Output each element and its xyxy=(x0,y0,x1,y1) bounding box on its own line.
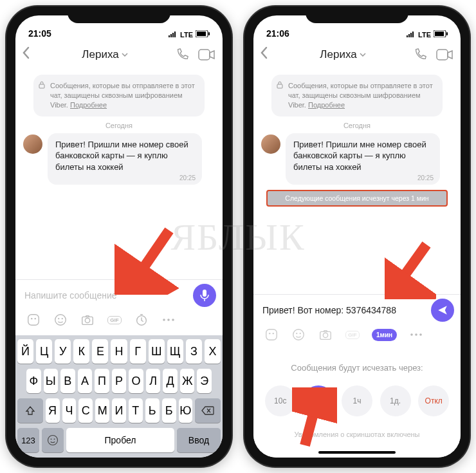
message-time: 20:25 xyxy=(417,174,434,183)
key-Ш[interactable]: Ш xyxy=(149,339,165,364)
key-Н[interactable]: Н xyxy=(111,339,127,364)
timer-option-1ч[interactable]: 1ч xyxy=(342,385,372,416)
svg-rect-0 xyxy=(169,35,170,37)
svg-rect-25 xyxy=(407,35,408,37)
message-bubble[interactable]: Привет! Пришли мне номер своей банковско… xyxy=(48,133,202,185)
enter-key[interactable]: Ввод xyxy=(177,428,221,452)
timer-pill[interactable]: 1мин xyxy=(372,329,397,341)
back-button[interactable] xyxy=(22,46,37,63)
key-Д[interactable]: Д xyxy=(163,369,178,393)
svg-rect-10 xyxy=(28,315,39,326)
call-button[interactable] xyxy=(410,45,430,64)
svg-point-38 xyxy=(296,333,297,334)
svg-rect-1 xyxy=(170,34,172,37)
svg-rect-33 xyxy=(277,84,282,88)
lock-icon xyxy=(39,81,45,91)
camera-icon[interactable] xyxy=(80,312,95,328)
key-В[interactable]: В xyxy=(60,369,75,393)
key-У[interactable]: У xyxy=(55,339,71,364)
back-button[interactable] xyxy=(260,46,275,63)
key-Л[interactable]: Л xyxy=(146,369,161,393)
sticker-icon[interactable] xyxy=(26,312,41,328)
key-Й[interactable]: Й xyxy=(17,339,33,364)
message-input[interactable] xyxy=(260,301,427,319)
battery-icon xyxy=(434,30,448,39)
chat-area[interactable]: Сообщения, которые вы отправляете в этот… xyxy=(15,68,223,279)
message-bubble[interactable]: Привет! Пришли мне номер своей банковско… xyxy=(286,133,440,185)
emoji-icon[interactable] xyxy=(291,327,306,342)
signal-icon xyxy=(169,31,178,39)
emoji-icon[interactable] xyxy=(53,312,68,328)
chat-area[interactable]: Сообщения, которые вы отправляете в этот… xyxy=(253,68,461,294)
key-Э[interactable]: Э xyxy=(197,369,212,393)
key-Т[interactable]: Т xyxy=(129,398,143,423)
key-М[interactable]: М xyxy=(95,398,109,423)
chevron-down-icon xyxy=(360,53,366,57)
gif-icon[interactable]: GIF xyxy=(107,312,122,328)
sticker-icon[interactable] xyxy=(264,327,279,342)
camera-icon[interactable] xyxy=(318,327,333,342)
contact-name[interactable]: Лериха xyxy=(42,48,167,61)
call-button[interactable] xyxy=(172,45,192,64)
key-К[interactable]: К xyxy=(73,339,89,364)
avatar[interactable] xyxy=(261,134,280,154)
key-Ф[interactable]: Ф xyxy=(26,369,41,393)
svg-point-42 xyxy=(410,333,413,336)
timer-option-Откл[interactable]: Откл xyxy=(418,385,449,416)
key-Ц[interactable]: Ц xyxy=(36,339,52,364)
contact-name[interactable]: Лериха xyxy=(280,48,405,61)
timer-option-10с[interactable]: 10с xyxy=(265,385,296,416)
svg-rect-8 xyxy=(39,84,44,88)
key-С[interactable]: С xyxy=(78,398,93,423)
video-call-button[interactable] xyxy=(197,45,216,64)
key-Г[interactable]: Г xyxy=(130,339,146,364)
message-row: Привет! Пришли мне номер своей банковско… xyxy=(261,133,453,185)
key-И[interactable]: И xyxy=(112,398,126,423)
shift-key[interactable] xyxy=(17,398,43,423)
key-З[interactable]: З xyxy=(186,339,202,364)
clock: 21:05 xyxy=(28,28,51,39)
key-Ж[interactable]: Ж xyxy=(180,369,195,393)
gif-icon[interactable]: GIF xyxy=(345,327,360,342)
video-call-button[interactable] xyxy=(435,45,454,64)
key-Б[interactable]: Б xyxy=(162,398,176,423)
encryption-more-link[interactable]: Подробнее xyxy=(70,101,107,109)
encryption-more-link[interactable]: Подробнее xyxy=(308,101,345,109)
key-Щ[interactable]: Щ xyxy=(167,339,183,364)
status-right: LTE xyxy=(407,30,448,39)
timer-option-1мин[interactable]: 1мин xyxy=(303,385,334,416)
key-Ч[interactable]: Ч xyxy=(62,398,77,423)
key-Я[interactable]: Я xyxy=(46,398,60,423)
key-А[interactable]: А xyxy=(78,369,93,393)
svg-rect-9 xyxy=(203,290,206,297)
avatar[interactable] xyxy=(23,134,42,154)
key-Ь[interactable]: Ь xyxy=(145,398,160,423)
disappear-banner: Следующие сообщения исчезнут через 1 мин xyxy=(266,190,448,207)
key-Х[interactable]: Х xyxy=(205,339,221,364)
svg-rect-6 xyxy=(208,32,210,35)
svg-rect-2 xyxy=(172,33,174,37)
message-row: Привет! Пришли мне номер своей банковско… xyxy=(23,133,215,185)
backspace-key[interactable] xyxy=(195,398,221,423)
key-Ы[interactable]: Ы xyxy=(44,369,59,393)
voice-button[interactable] xyxy=(193,284,216,307)
key-П[interactable]: П xyxy=(95,369,109,393)
emoji-keyboard-key[interactable] xyxy=(42,428,64,452)
key-О[interactable]: О xyxy=(129,369,143,393)
more-icon[interactable] xyxy=(161,312,176,328)
svg-point-44 xyxy=(419,333,422,336)
message-input[interactable] xyxy=(22,286,189,304)
numeric-key[interactable]: 123 xyxy=(17,428,39,452)
timer-icon[interactable] xyxy=(134,312,149,328)
timer-option-1д.[interactable]: 1д. xyxy=(380,385,411,416)
key-Е[interactable]: Е xyxy=(92,339,108,364)
battery-icon xyxy=(196,30,210,39)
send-button[interactable] xyxy=(431,299,454,322)
more-icon[interactable] xyxy=(408,327,424,342)
signal-icon xyxy=(407,31,416,39)
svg-rect-32 xyxy=(437,50,448,60)
space-key[interactable]: Пробел xyxy=(66,428,174,452)
key-Р[interactable]: Р xyxy=(112,369,127,393)
key-Ю[interactable]: Ю xyxy=(179,398,193,423)
home-indicator xyxy=(318,451,396,454)
